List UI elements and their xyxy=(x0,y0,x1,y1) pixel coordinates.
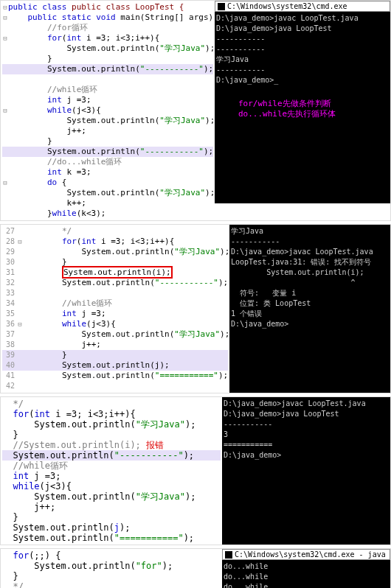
error-highlight: System.out.println(i); xyxy=(62,266,173,279)
panel-4: for(;;) { System.out.println("for"); } *… xyxy=(0,548,391,588)
code-editor-4[interactable]: for(;;) { System.out.println("for"); } *… xyxy=(1,549,222,588)
code-editor-2[interactable]: 27 */ 28⊟ for(int i =3; i<3;i++){ 29 Sys… xyxy=(1,225,229,393)
cmd-icon xyxy=(218,3,225,10)
code-line: public class LoopTest { xyxy=(72,2,184,12)
code-editor-3[interactable]: */ for(int i =3; i<3;i++){ System.out.pr… xyxy=(1,397,222,545)
panel-1: ⊟public class public class LoopTest { ⊟ … xyxy=(0,0,391,221)
console-wrap-4: C:\Windows\system32\cmd.exe - java do...… xyxy=(222,549,390,588)
console-line: D:\java_demo>javac LoopTest.java xyxy=(216,13,389,24)
annotation-for-while: for/while先做条件判断 xyxy=(216,99,389,109)
error-label: 报错 xyxy=(141,440,164,450)
console-1[interactable]: D:\java_demo>javac LoopTest.java D:\java… xyxy=(215,12,390,203)
annotation-do-while: do...while先执行循环体 xyxy=(216,109,389,119)
console-title-1: C:\Windows\system32\cmd.exe xyxy=(215,1,390,12)
console-wrap-1: C:\Windows\system32\cmd.exe D:\java_demo… xyxy=(215,1,390,220)
code-editor-1[interactable]: ⊟public class public class LoopTest { ⊟ … xyxy=(1,1,215,220)
cmd-icon xyxy=(225,551,232,559)
panel-2: 27 */ 28⊟ for(int i =3; i<3;i++){ 29 Sys… xyxy=(0,224,391,393)
console-4[interactable]: do...while do...while do...while do...wh… xyxy=(222,560,390,588)
console-3[interactable]: D:\java_demo>javac LoopTest.java D:\java… xyxy=(222,397,390,545)
console-2[interactable]: 学习Java ----------- D:\java_demo>javac Lo… xyxy=(229,225,390,393)
panel-3: */ for(int i =3; i<3;i++){ System.out.pr… xyxy=(0,396,391,545)
console-title-4: C:\Windows\system32\cmd.exe - java xyxy=(222,549,390,560)
comment: //for循环 xyxy=(47,23,88,32)
